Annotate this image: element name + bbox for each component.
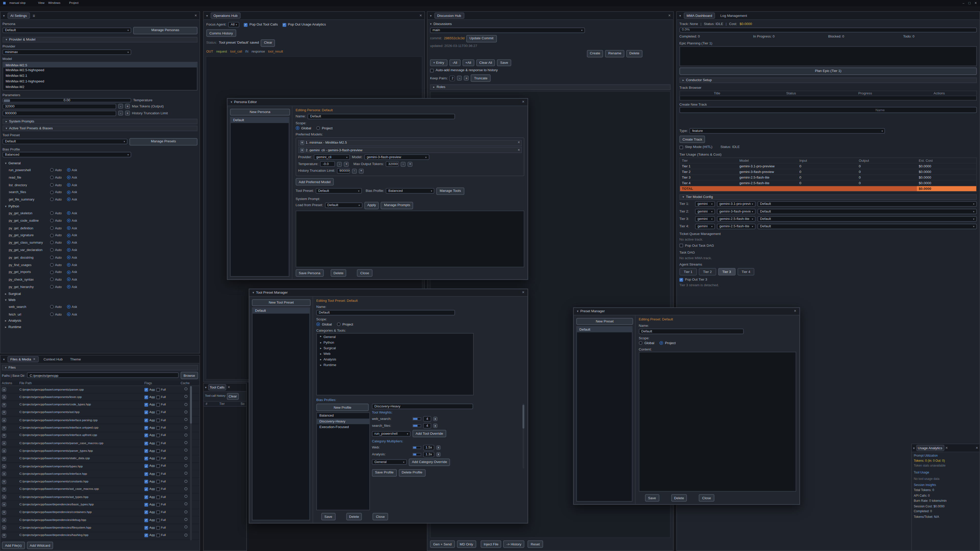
temperature-decrement[interactable]: - bbox=[337, 162, 342, 167]
category-analysis[interactable]: Analysis bbox=[3, 318, 197, 324]
full-checkbox[interactable] bbox=[156, 411, 160, 414]
panel-menu-icon[interactable] bbox=[33, 14, 35, 17]
remove-multiplier-button[interactable]: x bbox=[436, 452, 441, 457]
tree-category-row[interactable]: Python bbox=[317, 340, 473, 345]
full-checkbox[interactable] bbox=[156, 457, 160, 461]
agg-checkbox[interactable] bbox=[145, 433, 148, 437]
auto-radio[interactable] bbox=[50, 305, 54, 309]
add-preferred-model-button[interactable]: Add Preferred Model bbox=[296, 178, 334, 186]
pop-out-dag-checkbox[interactable] bbox=[679, 244, 683, 248]
ask-radio[interactable] bbox=[67, 176, 70, 179]
full-checkbox[interactable] bbox=[156, 465, 160, 468]
max-output-tokens-input[interactable]: 32000 bbox=[386, 161, 399, 167]
caret-down-icon[interactable] bbox=[679, 14, 681, 17]
tab-files-media[interactable]: Files & Media bbox=[7, 356, 38, 363]
persona-select[interactable]: Default bbox=[3, 28, 131, 33]
ask-radio[interactable] bbox=[67, 211, 70, 215]
manage-prompts-button[interactable]: Manage Prompts bbox=[381, 202, 414, 209]
agg-checkbox[interactable] bbox=[145, 503, 148, 507]
remove-file-button[interactable]: x bbox=[2, 410, 6, 415]
remove-file-button[interactable]: x bbox=[2, 464, 6, 468]
remove-file-button[interactable]: x bbox=[2, 526, 6, 530]
auto-radio[interactable] bbox=[50, 241, 54, 245]
tier-provider-select[interactable]: gemini bbox=[695, 224, 715, 229]
browse-button[interactable]: Browse bbox=[180, 372, 198, 379]
scope-global-radio[interactable] bbox=[296, 126, 299, 130]
auto-radio[interactable] bbox=[50, 278, 54, 281]
max-tokens-increment[interactable]: + bbox=[125, 104, 130, 109]
ask-radio[interactable] bbox=[67, 198, 70, 202]
remove-model-icon[interactable] bbox=[517, 148, 520, 152]
remove-file-button[interactable]: x bbox=[2, 441, 6, 445]
model-item[interactable]: MiniMax-M2 bbox=[3, 84, 197, 90]
remove-file-button[interactable]: x bbox=[2, 433, 6, 438]
delete-discussion-button[interactable]: Delete bbox=[626, 50, 642, 57]
menu-windows[interactable]: Windows bbox=[48, 1, 60, 5]
tree-category-row[interactable]: Surgical bbox=[317, 345, 473, 351]
tool-preset-item[interactable]: Default bbox=[252, 308, 309, 313]
agg-checkbox[interactable] bbox=[145, 526, 148, 530]
load-from-preset-select[interactable]: Default bbox=[325, 203, 363, 208]
history-increment[interactable]: + bbox=[125, 111, 130, 116]
full-checkbox[interactable] bbox=[156, 495, 160, 499]
add-wildcard-button[interactable]: Add Wildcard bbox=[27, 542, 53, 549]
tab-theme[interactable]: Theme bbox=[68, 356, 83, 362]
files-scrollbar[interactable] bbox=[190, 386, 192, 540]
create-discussion-button[interactable]: Create bbox=[587, 50, 603, 57]
model-item[interactable]: MiniMax-M2.1 bbox=[3, 73, 197, 79]
remove-file-button[interactable]: x bbox=[2, 503, 6, 507]
conductor-setup-section[interactable]: Conductor Setup bbox=[679, 77, 977, 83]
weight-value-input[interactable]: 4 bbox=[423, 416, 431, 422]
save-profile-button[interactable]: Save Profile bbox=[372, 469, 396, 476]
discussion-select[interactable]: main bbox=[430, 27, 585, 33]
tier-provider-select[interactable]: gemini bbox=[695, 209, 715, 214]
new-profile-button[interactable]: New Profile bbox=[316, 404, 369, 411]
persona-item[interactable]: Default bbox=[231, 118, 289, 123]
full-checkbox[interactable] bbox=[156, 510, 160, 514]
full-checkbox[interactable] bbox=[156, 441, 160, 445]
remove-file-button[interactable]: x bbox=[2, 426, 6, 430]
plan-epic-button[interactable]: Plan Epic (Tier 1) bbox=[679, 67, 977, 75]
auto-radio[interactable] bbox=[50, 219, 54, 222]
close-button[interactable]: Close bbox=[699, 494, 714, 502]
update-commit-button[interactable]: Update Commit bbox=[466, 35, 496, 42]
full-checkbox[interactable] bbox=[156, 503, 160, 507]
category-general[interactable]: General bbox=[3, 160, 197, 166]
temperature-slider[interactable]: 0.00 bbox=[3, 98, 131, 102]
system-prompt-textarea[interactable] bbox=[296, 210, 524, 267]
scope-project-radio[interactable] bbox=[659, 341, 663, 345]
epic-planning-textarea[interactable] bbox=[679, 46, 977, 66]
system-prompts-section[interactable]: System Prompts bbox=[3, 119, 197, 124]
tool-override-select[interactable]: run_powershell bbox=[372, 431, 410, 437]
create-track-button[interactable]: Create Track bbox=[679, 136, 705, 143]
tab-tool-calls[interactable]: Tool Calls bbox=[208, 384, 226, 391]
close-button[interactable]: Close bbox=[357, 269, 372, 277]
save-persona-button[interactable]: Save Persona bbox=[296, 269, 323, 277]
agg-checkbox[interactable] bbox=[145, 411, 148, 414]
auto-radio[interactable] bbox=[50, 270, 54, 274]
window-close-icon[interactable] bbox=[794, 310, 796, 313]
discussions-section[interactable]: Discussions bbox=[430, 22, 671, 26]
keep-pairs-decrement[interactable]: - bbox=[457, 76, 462, 81]
tab-close-icon[interactable] bbox=[945, 446, 948, 450]
multiplier-slider[interactable] bbox=[412, 446, 421, 449]
rename-discussion-button[interactable]: Rename bbox=[605, 50, 624, 57]
keep-pairs-increment[interactable]: + bbox=[464, 76, 469, 81]
expand-all-button[interactable]: +All bbox=[462, 59, 474, 66]
preset-content-textarea[interactable] bbox=[639, 352, 796, 492]
panel-close-icon[interactable] bbox=[228, 385, 230, 389]
agg-checkbox[interactable] bbox=[145, 480, 148, 484]
agg-checkbox[interactable] bbox=[145, 426, 148, 430]
auto-radio[interactable] bbox=[50, 183, 54, 187]
delete-preset-button[interactable]: Delete bbox=[671, 494, 687, 502]
tier-model-select[interactable]: gemini-3-flash-preview bbox=[717, 209, 756, 214]
manage-tools-button[interactable]: Manage Tools bbox=[436, 187, 464, 195]
stream-tab-tier1[interactable]: Tier 1 bbox=[679, 268, 697, 275]
max-tokens-input[interactable]: 32000 bbox=[3, 103, 116, 109]
inject-file-button[interactable]: Inject File bbox=[480, 540, 501, 548]
save-preset-button[interactable]: Save bbox=[645, 494, 659, 502]
panel-close-icon[interactable] bbox=[194, 14, 197, 17]
profile-item[interactable]: Balanced bbox=[317, 413, 369, 419]
auto-radio[interactable] bbox=[50, 248, 54, 252]
ask-radio[interactable] bbox=[67, 190, 70, 194]
